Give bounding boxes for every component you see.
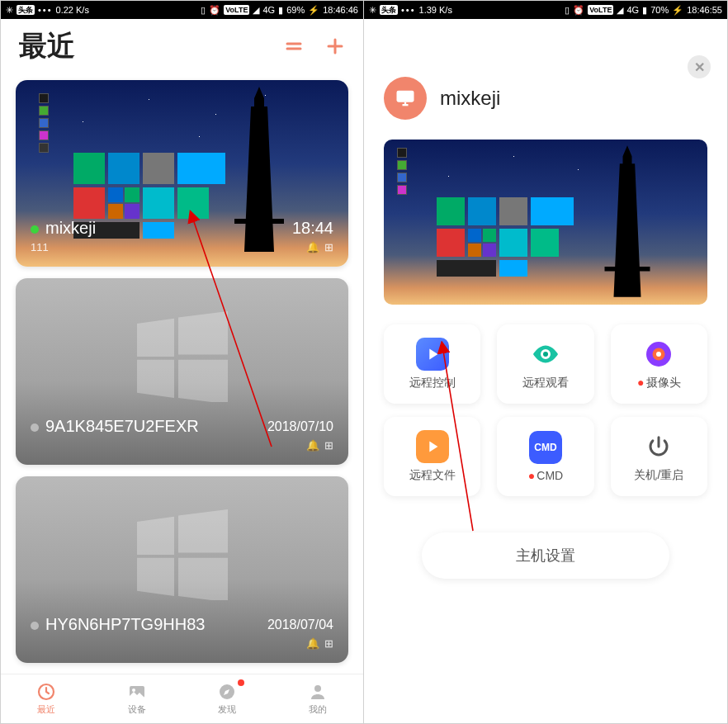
svg-rect-27 [468, 197, 496, 225]
device-name: mixkeji [440, 87, 500, 110]
device-card-mixkeji[interactable]: mixkeji 18:44 111 🔔⊞ [16, 80, 348, 267]
net-speed: 1.39 K/s [419, 5, 452, 15]
badge-dot [238, 679, 244, 686]
tab-discover[interactable]: 发现 [182, 674, 273, 723]
image-icon [127, 682, 147, 702]
svg-rect-36 [531, 229, 559, 257]
windows-icon: ⊞ [324, 637, 333, 650]
svg-point-42 [656, 352, 661, 357]
battery-pct: 70% [650, 5, 669, 15]
action-remote-files[interactable]: 远程文件 [384, 417, 480, 496]
alarm-icon: ⏰ [209, 5, 220, 16]
notif-dots: ••• [401, 5, 416, 15]
person-icon [308, 682, 328, 702]
action-power[interactable]: 关机/重启 [611, 417, 707, 496]
device-name: 9A1K845E7U2FEXR [45, 417, 199, 435]
clock: 18:46:55 [687, 5, 722, 15]
host-settings-button[interactable]: 主机设置 [422, 532, 669, 579]
device-card-offline-1[interactable]: 9A1K845E7U2FEXR 2018/07/10 🔔⊞ [16, 278, 348, 465]
right-phone: ✳ 头条 ••• 1.39 K/s ▯ ⏰ VoLTE ◢ 4G ▮ 70% ⚡… [364, 1, 727, 723]
toutiao-icon: 头条 [380, 5, 398, 15]
compass-icon [217, 682, 237, 702]
clock: 18:46:46 [323, 5, 358, 15]
tab-devices[interactable]: 设备 [92, 674, 182, 723]
svg-rect-31 [468, 229, 481, 242]
svg-rect-26 [437, 197, 465, 225]
windows-icon: ⊞ [324, 241, 333, 253]
filter-icon[interactable] [284, 36, 304, 56]
svg-rect-38 [499, 260, 527, 277]
device-name: mixkeji [45, 219, 96, 237]
svg-point-21 [314, 685, 321, 692]
svg-rect-23 [397, 91, 414, 102]
device-card-offline-2[interactable]: HY6N6HP7TG9HH83 2018/07/04 🔔⊞ [16, 476, 348, 663]
net-speed: 0.22 K/s [56, 5, 89, 15]
charging-icon: ⚡ [308, 5, 319, 16]
action-cmd[interactable]: CMD ●CMD [497, 417, 593, 496]
cmd-icon: CMD [529, 431, 562, 464]
screen-preview[interactable] [384, 140, 707, 305]
sim-icon: ▯ [201, 5, 206, 16]
device-sub: 111 [31, 241, 49, 253]
tab-bar: 最近 设备 发现 我的 [1, 674, 363, 723]
volte-badge: VoLTE [224, 5, 249, 15]
device-header: mixkeji [384, 77, 707, 120]
sim-icon: ▯ [565, 5, 570, 16]
add-icon[interactable] [325, 36, 345, 56]
svg-rect-33 [468, 244, 481, 257]
offline-dot [31, 622, 39, 630]
bell-icon: 🔔 [306, 241, 319, 253]
svg-rect-30 [437, 229, 465, 257]
wechat-icon: ✳ [6, 5, 13, 16]
status-bar-left: ✳ 头条 ••• 0.22 K/s ▯ ⏰ VoLTE ◢ 4G ▮ 69% ⚡… [1, 1, 363, 19]
left-phone: ✳ 头条 ••• 0.22 K/s ▯ ⏰ VoLTE ◢ 4G ▮ 69% ⚡… [1, 1, 364, 723]
svg-rect-24 [403, 104, 409, 106]
page-title: 最近 [19, 27, 75, 65]
eye-icon [529, 338, 562, 371]
close-button[interactable]: ✕ [688, 55, 711, 78]
clock-icon [36, 682, 56, 702]
rec-dot: ● [528, 469, 535, 482]
notif-dots: ••• [38, 5, 53, 15]
net-type: 4G [626, 5, 639, 15]
action-remote-control[interactable]: 远程控制 [384, 324, 480, 404]
device-date: 2018/07/04 [267, 618, 333, 632]
toutiao-icon: 头条 [17, 5, 35, 15]
battery-pct: 69% [286, 5, 305, 15]
action-remote-view[interactable]: 远程观看 [497, 324, 593, 404]
signal-icon: ◢ [253, 5, 259, 16]
camera-icon [642, 338, 675, 371]
monitor-icon [394, 87, 417, 110]
device-date: 2018/07/10 [267, 419, 333, 434]
device-name: HY6N6HP7TG9HH83 [45, 615, 205, 633]
windows-icon: ⊞ [324, 439, 333, 452]
tab-recent[interactable]: 最近 [1, 674, 92, 723]
volte-badge: VoLTE [588, 5, 613, 15]
svg-rect-25 [404, 102, 406, 104]
svg-rect-32 [483, 229, 496, 242]
recent-list[interactable]: mixkeji 18:44 111 🔔⊞ 9A1K845E7U2FEXR 201… [1, 69, 363, 674]
signal-icon: ◢ [617, 5, 623, 16]
power-icon [642, 430, 675, 463]
action-grid: 远程控制 远程观看 ●摄像头 [384, 324, 707, 496]
rec-dot: ● [637, 376, 644, 389]
bell-icon: 🔔 [306, 439, 319, 452]
svg-point-19 [132, 689, 135, 692]
svg-rect-37 [437, 260, 496, 277]
bell-icon: 🔔 [306, 637, 319, 650]
battery-icon: ▮ [278, 5, 283, 16]
remote-control-icon [416, 338, 449, 371]
action-camera[interactable]: ●摄像头 [611, 324, 707, 404]
svg-rect-34 [483, 244, 496, 257]
online-dot [31, 225, 39, 234]
svg-rect-28 [499, 197, 527, 225]
offline-dot [31, 424, 39, 432]
svg-rect-35 [499, 229, 527, 257]
battery-icon: ▮ [642, 5, 647, 16]
folder-icon [416, 430, 449, 463]
header: 最近 [1, 19, 363, 69]
device-time: 18:44 [292, 219, 333, 238]
wechat-icon: ✳ [369, 5, 376, 16]
tab-mine[interactable]: 我的 [272, 674, 363, 723]
alarm-icon: ⏰ [573, 5, 584, 16]
